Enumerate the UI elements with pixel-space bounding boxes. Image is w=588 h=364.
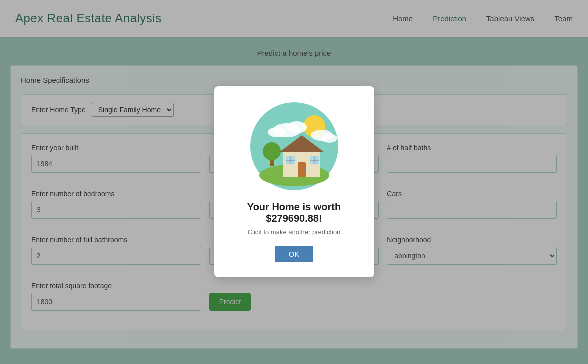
svg-point-9	[263, 142, 281, 160]
svg-point-3	[287, 122, 307, 134]
modal-overlay[interactable]: Your Home is worth $279690.88! Click to …	[0, 0, 588, 364]
modal-subtitle: Click to make another prediction	[248, 228, 341, 236]
house-illustration	[249, 102, 339, 192]
svg-point-6	[321, 134, 337, 143]
svg-point-13	[304, 170, 306, 172]
modal-ok-button[interactable]: OK	[275, 246, 314, 262]
modal-dialog: Your Home is worth $279690.88! Click to …	[214, 86, 374, 278]
modal-title: Your Home is worth $279690.88!	[247, 202, 341, 224]
svg-point-4	[268, 128, 286, 138]
